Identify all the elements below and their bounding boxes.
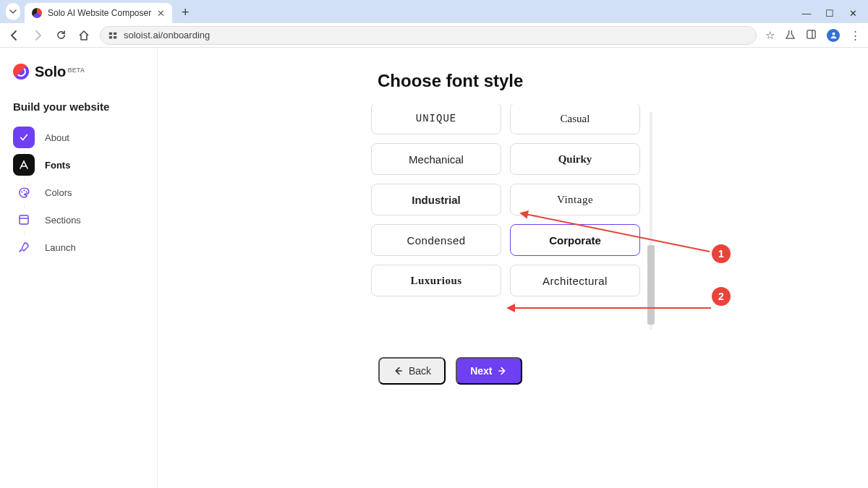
arrow-left-icon [393,366,403,376]
brand-beta-badge: BETA [67,67,85,74]
sidebar-title: Build your website [13,100,144,113]
new-tab-button[interactable]: + [176,5,194,20]
layout-icon [13,209,35,231]
sidebar-item-label: Sections [45,215,81,226]
url-field[interactable]: soloist.ai/onboarding [100,26,757,45]
window-minimize-icon[interactable]: — [801,8,812,19]
window-maximize-icon[interactable]: ☐ [825,8,835,19]
sidebar: SoloBETA Build your website About Fonts [0,48,158,488]
font-option-architectural[interactable]: Architectural [510,265,640,296]
sidebar-item-label: Colors [45,187,72,198]
annotation-badge-1: 1 [712,244,731,263]
nav-forward-icon[interactable] [30,28,45,43]
browser-tab-bar: Solo AI Website Composer ✕ + — ☐ ✕ [0,0,868,23]
font-icon [13,154,35,176]
svg-rect-0 [109,32,112,35]
svg-rect-4 [807,30,815,38]
page-title: Choose font style [378,71,647,91]
brand-name: Solo [35,64,66,80]
svg-point-7 [21,191,22,192]
font-option-condensed[interactable]: Condensed [371,224,501,256]
arrow-right-icon [498,366,508,376]
sidebar-item-label: Launch [45,242,76,253]
tab-close-icon[interactable]: ✕ [157,8,165,19]
font-option-label: Luxurious [410,275,461,287]
svg-rect-3 [114,35,116,38]
font-option-label: Industrial [412,194,461,206]
brand-logo-icon [13,64,29,80]
sidebar-item-label: Fonts [45,160,70,171]
sidebar-item-label: About [45,132,69,143]
options-scrollbar[interactable] [647,104,655,337]
window-controls: — ☐ ✕ [801,8,868,23]
labs-icon[interactable] [785,29,796,42]
sidebar-item-colors[interactable]: Colors [13,181,144,204]
sidepanel-icon[interactable] [806,29,817,42]
svg-point-9 [25,191,27,192]
site-settings-icon[interactable] [108,30,118,40]
nav-reload-icon[interactable] [54,28,68,43]
profile-avatar[interactable] [827,29,840,42]
browser-toolbar: soloist.ai/onboarding ☆ ⋮ [0,23,868,48]
main-content: Choose font style Friendly Humanist uniq… [158,48,868,488]
sidebar-item-about[interactable]: About [13,126,144,149]
font-option-label: Quirky [558,153,592,166]
sidebar-item-sections[interactable]: Sections [13,208,144,231]
font-options-list: Friendly Humanist unique Casual Mechanic… [371,104,640,337]
svg-rect-10 [20,215,28,224]
font-option-label: Vintage [557,194,593,206]
bookmark-star-icon[interactable]: ☆ [765,29,775,42]
font-option-casual[interactable]: Casual [510,104,640,134]
font-option-vintage[interactable]: Vintage [510,184,640,215]
font-option-label: unique [416,113,456,124]
check-icon [13,127,35,148]
font-option-mechanical[interactable]: Mechanical [371,143,501,175]
browser-menu-icon[interactable]: ⋮ [850,29,861,42]
nav-home-icon[interactable] [77,28,91,43]
tab-list-dropdown[interactable] [6,3,20,20]
nav-back-icon[interactable] [7,28,22,43]
font-option-industrial[interactable]: Industrial [371,184,501,215]
window-close-icon[interactable]: ✕ [848,8,858,19]
back-button-label: Back [409,365,431,377]
font-option-label: Corporate [549,234,601,247]
sidebar-item-launch[interactable]: Launch [13,236,144,259]
font-option-label: Casual [561,113,590,125]
font-option-corporate[interactable]: Corporate [510,224,640,256]
brand: SoloBETA [13,64,144,80]
font-option-label: Condensed [407,234,465,247]
scrollbar-thumb[interactable] [647,245,655,325]
annotation-badge-2: 2 [712,287,731,306]
svg-rect-2 [109,35,112,38]
font-option-unique[interactable]: unique [371,104,501,134]
tab-favicon [32,8,42,18]
font-option-label: Mechanical [409,153,464,166]
next-button-label: Next [470,365,492,377]
next-button[interactable]: Next [456,357,522,385]
back-button[interactable]: Back [378,357,446,385]
font-option-luxurious[interactable]: Luxurious [371,265,501,296]
rocket-icon [13,236,35,258]
url-text: soloist.ai/onboarding [124,30,210,40]
svg-point-8 [23,189,25,191]
sidebar-item-fonts[interactable]: Fonts [13,153,144,176]
font-option-label: Architectural [542,275,608,287]
palette-icon [13,181,35,203]
svg-rect-1 [114,32,116,35]
tab-title: Solo AI Website Composer [48,8,151,18]
svg-point-6 [832,33,835,35]
font-option-quirky[interactable]: Quirky [510,143,640,175]
browser-tab[interactable]: Solo AI Website Composer ✕ [25,3,172,23]
